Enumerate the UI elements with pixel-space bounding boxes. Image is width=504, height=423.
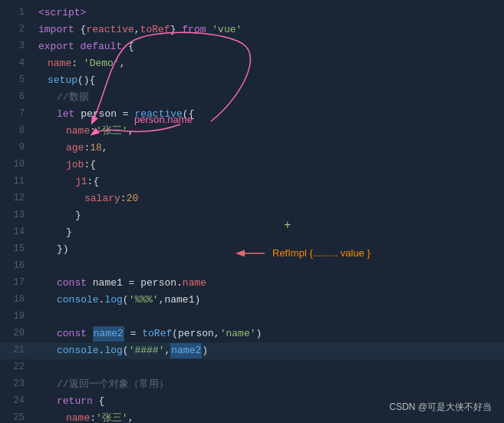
code-line-22: 22 [0,359,504,376]
code-line-12: 12 salary:20 [0,190,504,207]
code-line-8: 8 name:'张三', [0,123,504,140]
code-line-14: 14 } [0,224,504,241]
code-editor: 1 <script> 2 import {reactive,toRef} fro… [0,0,504,423]
code-line-13: 13 } [0,207,504,224]
annotation-person-name: person.name [134,114,193,125]
code-line-18: 18 console.log('%%%',name1) [0,292,504,309]
code-line-9: 9 age:18, [0,140,504,157]
annotation-refimpl: RefImpl {......... value } [272,247,371,259]
code-line-23: 23 //返回一个对象（常用） [0,376,504,393]
code-line-21: 21 console.log('####',name2) [0,342,504,359]
code-line-10: 10 job:{ [0,157,504,173]
code-line-19: 19 [0,309,504,326]
code-line-17: 17 const name1 = person.name [0,275,504,292]
code-line-2: 2 import {reactive,toRef} from 'vue' [0,21,504,38]
code-line-20: 20 const name2 = toRef(person,'name') [0,326,504,342]
code-line-3: 3 export default { [0,38,504,55]
csdn-watermark: CSDN @可是大侠不好当 [389,401,492,414]
plus-sign: + [284,219,292,233]
code-line-5: 5 setup(){ [0,72,504,89]
code-line-11: 11 j1:{ [0,173,504,190]
code-line-6: 6 //数据 [0,89,504,106]
code-line-1: 1 <script> [0,5,504,21]
code-line-7: 7 let person = reactive({ [0,106,504,123]
code-line-15: 15 }) [0,241,504,258]
code-line-16: 16 [0,258,504,275]
code-line-4: 4 name: 'Demo', [0,55,504,72]
